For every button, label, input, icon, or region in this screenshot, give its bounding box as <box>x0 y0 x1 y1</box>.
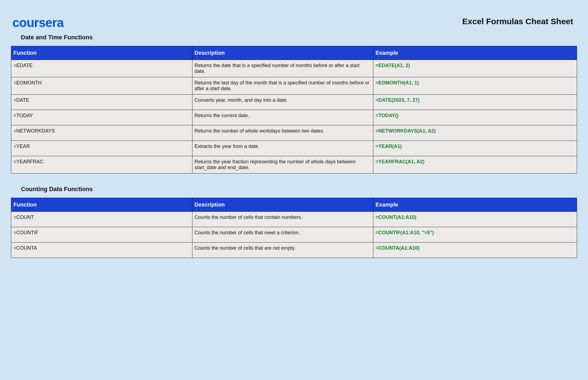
table-row: =YEAR Extracts the year from a date. =YE… <box>11 141 577 156</box>
cell-function: =TODAY <box>11 110 192 125</box>
table-row: =YEARFRAC Returns the year fraction repr… <box>11 156 577 174</box>
cell-example: =YEARFRAC(A1, A2) <box>373 156 577 174</box>
cell-example: =YEAR(A1) <box>373 141 577 156</box>
table-row: =EOMONTH Returns the last day of the mon… <box>11 77 577 95</box>
cell-function: =COUNTA <box>11 243 192 258</box>
col-example: Example <box>373 46 577 60</box>
header: coursera Excel Formulas Cheat Sheet <box>11 15 577 30</box>
cell-description: Counts the number of cells that meet a c… <box>192 227 373 243</box>
col-description: Description <box>192 198 373 212</box>
col-example: Example <box>373 198 577 212</box>
cell-example: =COUNT(A1:A10) <box>373 212 577 227</box>
cell-function: =YEAR <box>11 141 192 156</box>
cell-example: =TODAY() <box>373 110 577 125</box>
cell-function: =COUNTIF <box>11 227 192 243</box>
table-row: =COUNTA Counts the number of cells that … <box>11 243 577 258</box>
table-row: =COUNT Counts the number of cells that c… <box>11 212 577 227</box>
cell-description: Returns the year fraction representing t… <box>192 156 373 174</box>
table-header-row: Function Description Example <box>11 46 577 60</box>
cell-function: =NETWORKDAYS <box>11 125 192 141</box>
cell-description: Converts year, month, and day into a dat… <box>192 95 373 110</box>
table-date-time: Function Description Example =EDATE Retu… <box>11 46 577 174</box>
col-function: Function <box>11 46 192 60</box>
table-row: =NETWORKDAYS Returns the number of whole… <box>11 125 577 141</box>
cell-example: =EOMONTH(A1, 1) <box>373 77 577 95</box>
table-row: =EDATE Returns the date that is a specif… <box>11 60 577 77</box>
cell-description: Returns the current date. <box>192 110 373 125</box>
cell-description: Counts the number of cells that are not … <box>192 243 373 258</box>
cell-description: Returns the number of whole workdays bet… <box>192 125 373 141</box>
cell-example: =DATE(2023, 7, 27) <box>373 95 577 110</box>
cell-description: Returns the date that is a specified num… <box>192 60 373 77</box>
col-description: Description <box>192 46 373 60</box>
table-counting: Function Description Example =COUNT Coun… <box>11 198 577 258</box>
table-row: =COUNTIF Counts the number of cells that… <box>11 227 577 243</box>
cell-function: =EOMONTH <box>11 77 192 95</box>
cell-function: =EDATE <box>11 60 192 77</box>
cell-function: =YEARFRAC <box>11 156 192 174</box>
cell-description: Returns the last day of the month that i… <box>192 77 373 95</box>
table-header-row: Function Description Example <box>11 198 577 212</box>
cell-description: Extracts the year from a date. <box>192 141 373 156</box>
cell-example: =NETWORKDAYS(A1, A2) <box>373 125 577 141</box>
cell-description: Counts the number of cells that contain … <box>192 212 373 227</box>
cell-function: =DATE <box>11 95 192 110</box>
table-row: =DATE Converts year, month, and day into… <box>11 95 577 110</box>
cell-example: =COUNTIF(A1:A10, ">5") <box>373 227 577 243</box>
col-function: Function <box>11 198 192 212</box>
section-title-date-time: Date and Time Functions <box>21 34 577 41</box>
cell-example: =COUNTA(A1:A10) <box>373 243 577 258</box>
logo: coursera <box>12 15 64 30</box>
section-title-counting: Counting Data Functions <box>21 186 577 193</box>
page-title: Excel Formulas Cheat Sheet <box>462 17 573 26</box>
table-row: =TODAY Returns the current date. =TODAY(… <box>11 110 577 125</box>
cell-function: =COUNT <box>11 212 192 227</box>
cell-example: =EDATE(A1, 2) <box>373 60 577 77</box>
